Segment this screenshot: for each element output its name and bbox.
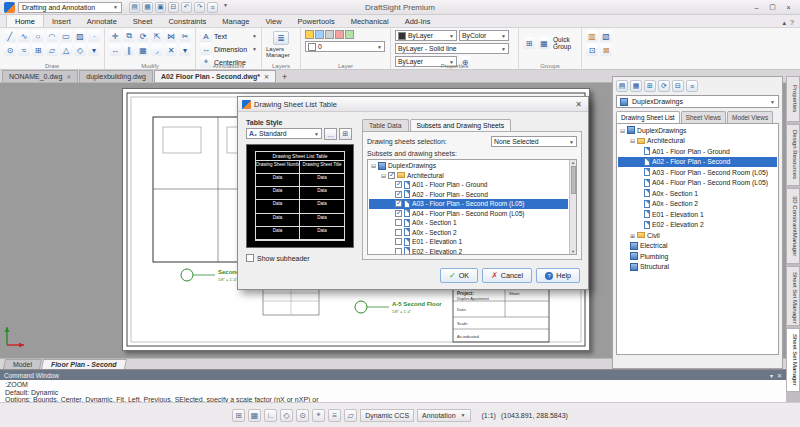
ribbon-tab-addins[interactable]: Add-Ins — [397, 15, 439, 27]
new-file-icon[interactable]: ▤ — [129, 2, 140, 13]
mirror-tool-icon[interactable]: ⋈ — [165, 30, 177, 42]
tab-drawing-sheet-list[interactable]: Drawing Sheet List — [616, 111, 680, 123]
rectangle-tool-icon[interactable]: ▭ — [60, 30, 72, 42]
open-sheet-set-icon[interactable]: ▦ — [630, 80, 642, 92]
tree-item[interactable]: A01 - Floor Plan - Ground — [369, 180, 568, 190]
ribbon-tab-manage[interactable]: Manage — [214, 15, 257, 27]
tree-item[interactable]: ⊟ Architectural — [369, 171, 568, 181]
tree-item[interactable]: Plumbing — [618, 251, 777, 262]
tree-item-selected[interactable]: A03 - Floor Plan - Second Room (L05) — [369, 199, 568, 209]
ribbon-tab-annotate[interactable]: Annotate — [79, 15, 125, 27]
qat-more-icon[interactable]: ▼ — [220, 2, 228, 13]
tab-sheet-views[interactable]: Sheet Views — [681, 111, 726, 123]
tree-item[interactable]: A04 - Floor Plan - Second Room (L05) — [369, 209, 568, 219]
tree-item[interactable]: E01 - Elevation 1 — [618, 209, 777, 220]
close-button[interactable]: × — [781, 2, 796, 13]
tool-b-icon[interactable]: ▧ — [600, 30, 612, 42]
layers-manager-button[interactable]: ≣ Layers Manager — [266, 30, 296, 58]
scale-tool-icon[interactable]: ⇱ — [151, 30, 163, 42]
sheets-selection-select[interactable]: None Selected ▼ — [491, 136, 577, 147]
esnap-toggle-icon[interactable]: ⊙ — [296, 409, 309, 422]
new-tab-button[interactable]: + — [277, 72, 292, 82]
layer-lock-icon[interactable] — [325, 30, 334, 39]
dimension-tool[interactable]: ↔ Dimension ▼ — [200, 43, 257, 55]
ellipse-tool-icon[interactable]: ⊙ — [4, 44, 16, 56]
tool-d-icon[interactable]: ⊠ — [600, 44, 612, 56]
tab-floor-plan-second[interactable]: Floor Plan - Second — [41, 359, 127, 369]
expand-icon[interactable]: ⊞ — [630, 232, 637, 239]
ribbon-tab-sheet[interactable]: Sheet — [125, 15, 161, 27]
doc-tab-duplexbuilding[interactable]: duplexbuilding.dwg — [79, 70, 153, 82]
palette-sheet-tree[interactable]: ⊟ DuplexDrawings ⊟ Architectural A01 - F… — [616, 123, 779, 355]
layer-freeze-icon[interactable] — [315, 30, 324, 39]
command-float-icon[interactable]: ▾ — [770, 372, 773, 379]
minimize-button[interactable]: – — [749, 2, 764, 13]
side-tab-properties[interactable]: Properties — [786, 76, 800, 122]
collapse-icon[interactable]: ⊟ — [630, 137, 637, 144]
array-tool-icon[interactable]: ▦ — [137, 44, 149, 56]
lineweight-toggle-icon[interactable]: ≡ — [328, 409, 341, 422]
ribbon-tab-view[interactable]: View — [257, 15, 289, 27]
triangle-tool-icon[interactable]: △ — [60, 44, 72, 56]
quick-group-label[interactable]: Quick Group — [553, 36, 577, 50]
tree-item[interactable]: ⊟ DuplexDrawings — [369, 161, 568, 171]
ribbon-tab-insert[interactable]: Insert — [44, 15, 79, 27]
command-close-icon[interactable]: ✕ — [777, 372, 782, 379]
cancel-button[interactable]: ✗ Cancel — [482, 268, 532, 283]
collapse-icon[interactable]: ⊟ — [371, 162, 378, 169]
layer-select[interactable]: 0 ▼ — [305, 41, 385, 52]
offset-tool-icon[interactable]: ∥ — [123, 44, 135, 56]
save-icon[interactable]: ▣ — [155, 2, 166, 13]
diamond-tool-icon[interactable]: ◇ — [74, 44, 86, 56]
dialog-close-icon[interactable]: ✕ — [573, 100, 584, 109]
table-style-select[interactable]: A₂ Standard ▼ — [246, 128, 322, 139]
erase-tool-icon[interactable]: ✕ — [165, 44, 177, 56]
checkbox-icon[interactable] — [395, 248, 402, 255]
new-style-button[interactable]: ⊞ — [339, 128, 352, 140]
table-tool-icon[interactable]: ⊞ — [32, 44, 44, 56]
layer-print-icon[interactable] — [345, 30, 354, 39]
redo-icon[interactable]: ↷ — [194, 2, 205, 13]
circle-tool-icon[interactable]: ○ — [32, 30, 44, 42]
scroll-down-icon[interactable]: ▼ — [571, 249, 575, 254]
help-button[interactable]: ? Help — [536, 268, 580, 283]
ribbon-tab-powertools[interactable]: Powertools — [290, 15, 343, 27]
collapse-icon[interactable]: ⊟ — [620, 127, 627, 134]
checkbox-icon[interactable] — [395, 238, 402, 245]
trim-tool-icon[interactable]: ✂ — [179, 30, 191, 42]
doc-tab-a02-floorplan[interactable]: A02 Floor Plan - Second.dwg* ✕ — [154, 70, 276, 82]
options-icon[interactable]: ≡ — [686, 80, 698, 92]
layer-color-icon[interactable] — [335, 30, 344, 39]
tab-model[interactable]: Model — [3, 359, 42, 369]
import-sheet-icon[interactable]: ⊞ — [644, 80, 656, 92]
group-create-icon[interactable]: ⊞ — [523, 37, 535, 49]
group-edit-icon[interactable]: ▦ — [538, 37, 550, 49]
open-file-icon[interactable]: ▦ — [142, 2, 153, 13]
tool-a-icon[interactable]: ▥ — [586, 30, 598, 42]
workspace-select[interactable]: Drafting and Annotation ▼ — [18, 2, 122, 13]
tree-item[interactable]: A0x - Section 2 — [618, 199, 777, 210]
layer-on-icon[interactable] — [305, 30, 314, 39]
refresh-icon[interactable]: ⟳ — [658, 80, 670, 92]
line-color-select[interactable]: ByLayer ▼ — [395, 30, 457, 41]
side-tab-sheet-set-manager[interactable]: Sheet Set Manager — [786, 266, 800, 326]
show-subheader-checkbox[interactable] — [246, 254, 254, 262]
tree-item-selected[interactable]: A02 - Floor Plan - Second — [618, 157, 777, 168]
tree-item[interactable]: E02 - Elevation 2 — [618, 220, 777, 231]
tree-item[interactable]: A0x - Section 2 — [369, 228, 568, 238]
tree-item[interactable]: A0x - Section 1 — [618, 188, 777, 199]
print-icon[interactable]: ⊟ — [168, 2, 179, 13]
bycolor-select[interactable]: ByColor ▼ — [459, 30, 509, 41]
linestyle-select[interactable]: ByLayer - Solid line ▼ — [395, 43, 509, 54]
spline-tool-icon[interactable]: ≈ — [18, 44, 30, 56]
dialog-title-bar[interactable]: Drawing Sheet List Table ✕ — [238, 97, 588, 112]
tree-item[interactable]: E02 - Elevation 2 — [369, 247, 568, 256]
ortho-toggle-icon[interactable]: ∟ — [264, 409, 277, 422]
ribbon-tab-constraints[interactable]: Constraints — [160, 15, 214, 27]
help-icon[interactable]: ? — [790, 19, 794, 27]
ribbon-tab-mechanical[interactable]: Mechanical — [343, 15, 397, 27]
checkbox-icon[interactable] — [395, 219, 402, 226]
etrack-toggle-icon[interactable]: ⌖ — [312, 409, 325, 422]
restore-button[interactable]: ▢ — [765, 2, 780, 13]
dialog-sheet-tree[interactable]: ⊟ DuplexDrawings ⊟ Architectural A01 - F… — [367, 159, 577, 255]
